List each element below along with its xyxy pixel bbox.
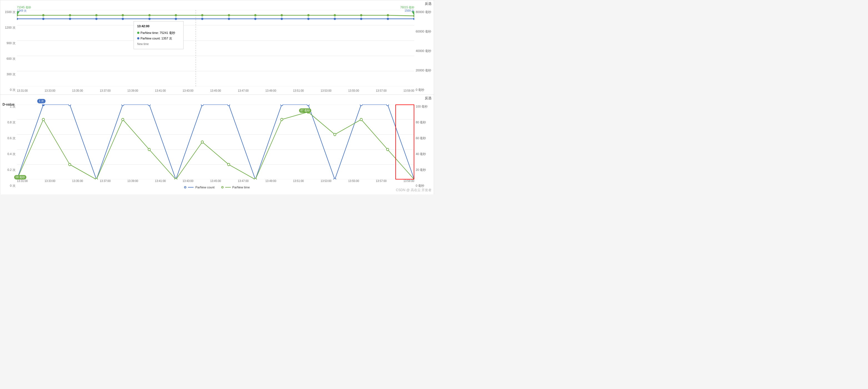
bottom-y-right-1: 80 毫秒 <box>416 120 432 124</box>
top-x-11: 13:53:00 <box>321 89 332 92</box>
svg-point-28 <box>148 18 151 20</box>
bottom-x-0: 13:31:00 <box>17 179 28 183</box>
svg-point-48 <box>42 104 45 106</box>
svg-point-38 <box>413 18 414 20</box>
svg-point-58 <box>307 104 309 106</box>
legend-green-item: ParNew time <box>221 186 250 189</box>
svg-point-12 <box>148 14 151 17</box>
svg-point-49 <box>69 104 71 106</box>
svg-point-26 <box>95 18 97 20</box>
bottom-legend: ParNew count ParNew time <box>0 184 434 190</box>
svg-point-10 <box>95 14 97 17</box>
top-chart-svg-container: 71045 毫秒 1349 次 76015 毫秒 1568 次 13:42:00… <box>17 10 414 86</box>
top-x-14: 13:59:00 <box>403 89 414 92</box>
top-y-right-3: 20000 毫秒 <box>416 68 432 72</box>
bottom-x-13: 13:57:00 <box>376 179 386 183</box>
bottom-y-axis-right: 100 毫秒 80 毫秒 60 毫秒 40 毫秒 20 毫秒 0 毫秒 <box>414 102 434 190</box>
top-anti-select-btn[interactable]: 反选 <box>425 1 432 6</box>
watermark: CSDN @ 高在云 开发者 <box>396 188 432 192</box>
bottom-x-11: 13:53:00 <box>321 179 332 183</box>
top-x-4: 13:39:00 <box>127 89 138 92</box>
svg-point-31 <box>228 18 230 20</box>
svg-point-27 <box>122 18 124 20</box>
svg-point-30 <box>201 18 203 20</box>
svg-point-32 <box>254 18 256 20</box>
top-x-10: 13:51:00 <box>293 89 304 92</box>
bottom-x-14: 13:59:00 <box>403 179 414 183</box>
svg-point-8 <box>42 14 44 17</box>
top-y-right-4: 0 毫秒 <box>416 88 432 92</box>
top-chart: 反选 1500 次 1200 次 900 次 600 次 300 次 0 次 8… <box>0 0 434 95</box>
legend-blue-label: ParNew count <box>195 186 214 189</box>
svg-point-61 <box>386 104 389 106</box>
top-x-5: 13:41:00 <box>155 89 166 92</box>
top-x-3: 13:37:00 <box>100 89 111 92</box>
svg-point-71 <box>227 163 229 166</box>
svg-point-67 <box>122 118 124 121</box>
bottom-x-9: 13:49:00 <box>266 179 276 183</box>
svg-point-21 <box>387 14 389 17</box>
svg-point-35 <box>334 18 336 20</box>
top-x-axis: 13:31:00 13:33:00 13:35:00 13:37:00 13:3… <box>17 86 414 95</box>
svg-point-54 <box>201 104 203 106</box>
bottom-pin-green-right: 87 毫秒 <box>299 108 311 113</box>
bottom-chart: 反选 D-value 1 次 0.8 次 0.6 次 0.4 次 0.2 次 0… <box>0 95 434 194</box>
svg-point-18 <box>307 14 310 17</box>
svg-point-52 <box>148 104 150 106</box>
top-y-left-0: 1500 次 <box>2 10 16 14</box>
top-x-1: 13:33:00 <box>44 89 55 92</box>
svg-point-11 <box>122 14 124 17</box>
bottom-x-5: 13:41:00 <box>155 179 166 183</box>
svg-point-23 <box>17 18 18 20</box>
bottom-x-axis: 13:31:00 13:33:00 13:35:00 13:37:00 13:3… <box>17 177 414 185</box>
legend-green-line <box>225 187 231 187</box>
top-x-2: 13:35:00 <box>72 89 83 92</box>
bottom-x-3: 13:37:00 <box>100 179 111 183</box>
top-y-axis-left: 1500 次 1200 次 900 次 600 次 300 次 0 次 <box>0 7 17 95</box>
bottom-y-right-4: 20 毫秒 <box>416 168 432 172</box>
svg-point-60 <box>360 104 362 106</box>
legend-blue-dot <box>184 186 186 188</box>
top-x-0: 13:31:00 <box>17 89 28 92</box>
top-pin-left-blue: 1349 次 <box>17 9 27 13</box>
bottom-anti-select-btn[interactable]: 反选 <box>425 96 432 100</box>
svg-point-14 <box>201 14 203 17</box>
top-y-axis-right: 80000 毫秒 60000 毫秒 40000 毫秒 20000 毫秒 0 毫秒 <box>414 7 434 95</box>
top-x-13: 13:57:00 <box>376 89 386 92</box>
top-y-right-1: 60000 毫秒 <box>416 29 432 34</box>
top-y-left-5: 0 次 <box>2 88 16 92</box>
legend-blue-item: ParNew count <box>184 186 214 189</box>
bottom-y-left-1: 0.8 次 <box>2 120 16 124</box>
legend-green-label: ParNew time <box>232 186 250 189</box>
svg-point-17 <box>281 14 283 17</box>
top-x-6: 13:43:00 <box>183 89 193 92</box>
top-x-12: 13:55:00 <box>348 89 359 92</box>
bottom-y-left-4: 0.2 次 <box>2 168 16 172</box>
bottom-x-2: 13:35:00 <box>72 179 83 183</box>
top-chart-svg <box>17 10 414 86</box>
svg-point-75 <box>334 133 336 136</box>
svg-point-37 <box>387 18 389 20</box>
svg-point-73 <box>281 118 283 121</box>
svg-point-15 <box>228 14 230 17</box>
top-y-left-3: 600 次 <box>2 57 16 61</box>
svg-point-68 <box>148 148 150 151</box>
bottom-y-right-3: 40 毫秒 <box>416 152 432 156</box>
top-y-right-2: 40000 毫秒 <box>416 49 432 53</box>
bottom-x-1: 13:33:00 <box>44 179 55 183</box>
top-y-left-2: 900 次 <box>2 41 16 45</box>
svg-point-13 <box>175 14 177 17</box>
bottom-x-4: 13:39:00 <box>127 179 138 183</box>
bottom-chart-area: 1 次 0.8 次 0.6 次 0.4 次 0.2 次 0 次 100 毫秒 8… <box>0 102 434 190</box>
bottom-y-right-0: 100 毫秒 <box>416 104 432 109</box>
top-x-7: 13:45:00 <box>210 89 221 92</box>
bottom-x-12: 13:55:00 <box>348 179 359 183</box>
svg-point-70 <box>201 141 203 143</box>
top-pin-right-blue: 1568 次 <box>405 9 414 13</box>
svg-point-33 <box>281 18 283 20</box>
svg-point-20 <box>360 14 362 17</box>
bottom-y-left-2: 0.6 次 <box>2 136 16 140</box>
bottom-y-right-2: 60 毫秒 <box>416 136 432 140</box>
svg-point-19 <box>334 14 336 17</box>
top-chart-area: 1500 次 1200 次 900 次 600 次 300 次 0 次 8000… <box>0 7 434 95</box>
